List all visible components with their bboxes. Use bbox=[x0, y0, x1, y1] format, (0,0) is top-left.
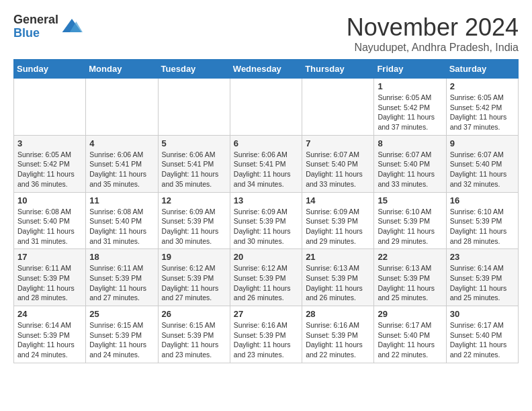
weekday-header-saturday: Saturday bbox=[446, 60, 518, 79]
day-info: Sunrise: 6:16 AMSunset: 5:39 PMDaylight:… bbox=[234, 320, 298, 360]
calendar-cell bbox=[86, 79, 158, 136]
day-info: Sunrise: 6:05 AMSunset: 5:42 PMDaylight:… bbox=[378, 93, 442, 132]
calendar-cell: 20Sunrise: 6:12 AMSunset: 5:39 PMDayligh… bbox=[230, 249, 302, 306]
day-number: 29 bbox=[378, 309, 442, 319]
weekday-header-tuesday: Tuesday bbox=[158, 60, 230, 79]
day-info: Sunrise: 6:06 AMSunset: 5:41 PMDaylight:… bbox=[162, 150, 226, 189]
day-info: Sunrise: 6:07 AMSunset: 5:40 PMDaylight:… bbox=[378, 150, 442, 189]
day-number: 26 bbox=[162, 309, 226, 319]
day-number: 16 bbox=[450, 195, 515, 205]
day-info: Sunrise: 6:09 AMSunset: 5:39 PMDaylight:… bbox=[306, 207, 370, 246]
day-number: 14 bbox=[306, 195, 370, 205]
calendar-cell: 5Sunrise: 6:06 AMSunset: 5:41 PMDaylight… bbox=[158, 135, 230, 192]
day-info: Sunrise: 6:08 AMSunset: 5:40 PMDaylight:… bbox=[89, 207, 154, 246]
day-number: 21 bbox=[306, 252, 370, 262]
calendar-week-4: 17Sunrise: 6:11 AMSunset: 5:39 PMDayligh… bbox=[14, 249, 519, 306]
calendar-cell: 9Sunrise: 6:07 AMSunset: 5:40 PMDaylight… bbox=[446, 135, 518, 192]
day-info: Sunrise: 6:11 AMSunset: 5:39 PMDaylight:… bbox=[89, 263, 154, 303]
logo: General Blue bbox=[13, 13, 83, 40]
day-info: Sunrise: 6:07 AMSunset: 5:40 PMDaylight:… bbox=[306, 150, 370, 189]
day-number: 24 bbox=[17, 309, 82, 319]
day-number: 10 bbox=[17, 195, 82, 205]
calendar-cell: 1Sunrise: 6:05 AMSunset: 5:42 PMDaylight… bbox=[374, 79, 446, 136]
calendar-cell bbox=[14, 79, 86, 136]
day-number: 5 bbox=[162, 138, 226, 148]
calendar-table: SundayMondayTuesdayWednesdayThursdayFrid… bbox=[13, 59, 519, 363]
day-number: 3 bbox=[17, 138, 82, 148]
calendar-cell: 4Sunrise: 6:06 AMSunset: 5:41 PMDaylight… bbox=[86, 135, 158, 192]
calendar-week-5: 24Sunrise: 6:14 AMSunset: 5:39 PMDayligh… bbox=[14, 306, 519, 363]
day-number: 2 bbox=[450, 81, 515, 91]
day-info: Sunrise: 6:14 AMSunset: 5:39 PMDaylight:… bbox=[450, 263, 515, 303]
calendar-cell: 30Sunrise: 6:17 AMSunset: 5:40 PMDayligh… bbox=[446, 306, 518, 363]
calendar-cell: 8Sunrise: 6:07 AMSunset: 5:40 PMDaylight… bbox=[374, 135, 446, 192]
calendar-cell: 24Sunrise: 6:14 AMSunset: 5:39 PMDayligh… bbox=[14, 306, 86, 363]
day-info: Sunrise: 6:06 AMSunset: 5:41 PMDaylight:… bbox=[234, 150, 298, 189]
day-info: Sunrise: 6:12 AMSunset: 5:39 PMDaylight:… bbox=[162, 263, 226, 303]
calendar-cell: 6Sunrise: 6:06 AMSunset: 5:41 PMDaylight… bbox=[230, 135, 302, 192]
day-info: Sunrise: 6:14 AMSunset: 5:39 PMDaylight:… bbox=[17, 320, 82, 360]
calendar-cell bbox=[302, 79, 374, 136]
day-info: Sunrise: 6:17 AMSunset: 5:40 PMDaylight:… bbox=[378, 320, 442, 360]
day-info: Sunrise: 6:05 AMSunset: 5:42 PMDaylight:… bbox=[450, 93, 515, 132]
day-number: 27 bbox=[234, 309, 298, 319]
calendar-cell: 18Sunrise: 6:11 AMSunset: 5:39 PMDayligh… bbox=[86, 249, 158, 306]
day-number: 28 bbox=[306, 309, 370, 319]
day-number: 11 bbox=[89, 195, 154, 205]
day-info: Sunrise: 6:07 AMSunset: 5:40 PMDaylight:… bbox=[450, 150, 515, 189]
day-number: 7 bbox=[306, 138, 370, 148]
day-number: 12 bbox=[162, 195, 226, 205]
day-info: Sunrise: 6:11 AMSunset: 5:39 PMDaylight:… bbox=[17, 263, 82, 303]
weekday-header-thursday: Thursday bbox=[302, 60, 374, 79]
day-number: 22 bbox=[378, 252, 442, 262]
calendar-cell: 14Sunrise: 6:09 AMSunset: 5:39 PMDayligh… bbox=[302, 192, 374, 249]
day-number: 13 bbox=[234, 195, 298, 205]
day-info: Sunrise: 6:12 AMSunset: 5:39 PMDaylight:… bbox=[234, 263, 298, 303]
day-info: Sunrise: 6:16 AMSunset: 5:39 PMDaylight:… bbox=[306, 320, 370, 360]
logo-blue-text: Blue bbox=[13, 27, 58, 40]
weekday-header-sunday: Sunday bbox=[14, 60, 86, 79]
calendar-cell: 7Sunrise: 6:07 AMSunset: 5:40 PMDaylight… bbox=[302, 135, 374, 192]
day-number: 19 bbox=[162, 252, 226, 262]
day-info: Sunrise: 6:05 AMSunset: 5:42 PMDaylight:… bbox=[17, 150, 82, 189]
logo-icon bbox=[61, 16, 83, 38]
calendar-cell bbox=[230, 79, 302, 136]
calendar-week-1: 1Sunrise: 6:05 AMSunset: 5:42 PMDaylight… bbox=[14, 79, 519, 136]
calendar-cell: 13Sunrise: 6:09 AMSunset: 5:39 PMDayligh… bbox=[230, 192, 302, 249]
day-number: 4 bbox=[89, 138, 154, 148]
title-section: November 2024 Nayudupet, Andhra Pradesh,… bbox=[347, 13, 519, 54]
calendar-cell: 22Sunrise: 6:13 AMSunset: 5:39 PMDayligh… bbox=[374, 249, 446, 306]
day-info: Sunrise: 6:13 AMSunset: 5:39 PMDaylight:… bbox=[378, 263, 442, 303]
calendar-cell: 26Sunrise: 6:15 AMSunset: 5:39 PMDayligh… bbox=[158, 306, 230, 363]
day-number: 9 bbox=[450, 138, 515, 148]
day-number: 1 bbox=[378, 81, 442, 91]
day-number: 20 bbox=[234, 252, 298, 262]
logo-general-text: General bbox=[13, 13, 58, 27]
calendar-cell: 17Sunrise: 6:11 AMSunset: 5:39 PMDayligh… bbox=[14, 249, 86, 306]
day-info: Sunrise: 6:08 AMSunset: 5:40 PMDaylight:… bbox=[17, 207, 82, 246]
calendar-cell: 3Sunrise: 6:05 AMSunset: 5:42 PMDaylight… bbox=[14, 135, 86, 192]
day-info: Sunrise: 6:09 AMSunset: 5:39 PMDaylight:… bbox=[234, 207, 298, 246]
day-info: Sunrise: 6:09 AMSunset: 5:39 PMDaylight:… bbox=[162, 207, 226, 246]
calendar-cell: 27Sunrise: 6:16 AMSunset: 5:39 PMDayligh… bbox=[230, 306, 302, 363]
calendar-cell: 25Sunrise: 6:15 AMSunset: 5:39 PMDayligh… bbox=[86, 306, 158, 363]
calendar-week-3: 10Sunrise: 6:08 AMSunset: 5:40 PMDayligh… bbox=[14, 192, 519, 249]
day-info: Sunrise: 6:06 AMSunset: 5:41 PMDaylight:… bbox=[89, 150, 154, 189]
day-number: 30 bbox=[450, 309, 515, 319]
day-info: Sunrise: 6:10 AMSunset: 5:39 PMDaylight:… bbox=[450, 207, 515, 246]
day-number: 18 bbox=[89, 252, 154, 262]
day-number: 8 bbox=[378, 138, 442, 148]
page-header: General Blue November 2024 Nayudupet, An… bbox=[13, 13, 519, 54]
calendar-cell: 10Sunrise: 6:08 AMSunset: 5:40 PMDayligh… bbox=[14, 192, 86, 249]
weekday-header-friday: Friday bbox=[374, 60, 446, 79]
calendar-week-2: 3Sunrise: 6:05 AMSunset: 5:42 PMDaylight… bbox=[14, 135, 519, 192]
day-number: 6 bbox=[234, 138, 298, 148]
calendar-cell: 29Sunrise: 6:17 AMSunset: 5:40 PMDayligh… bbox=[374, 306, 446, 363]
day-number: 15 bbox=[378, 195, 442, 205]
calendar-cell: 23Sunrise: 6:14 AMSunset: 5:39 PMDayligh… bbox=[446, 249, 518, 306]
day-info: Sunrise: 6:15 AMSunset: 5:39 PMDaylight:… bbox=[162, 320, 226, 360]
weekday-header-monday: Monday bbox=[86, 60, 158, 79]
day-info: Sunrise: 6:13 AMSunset: 5:39 PMDaylight:… bbox=[306, 263, 370, 303]
calendar-cell: 16Sunrise: 6:10 AMSunset: 5:39 PMDayligh… bbox=[446, 192, 518, 249]
calendar-cell: 15Sunrise: 6:10 AMSunset: 5:39 PMDayligh… bbox=[374, 192, 446, 249]
